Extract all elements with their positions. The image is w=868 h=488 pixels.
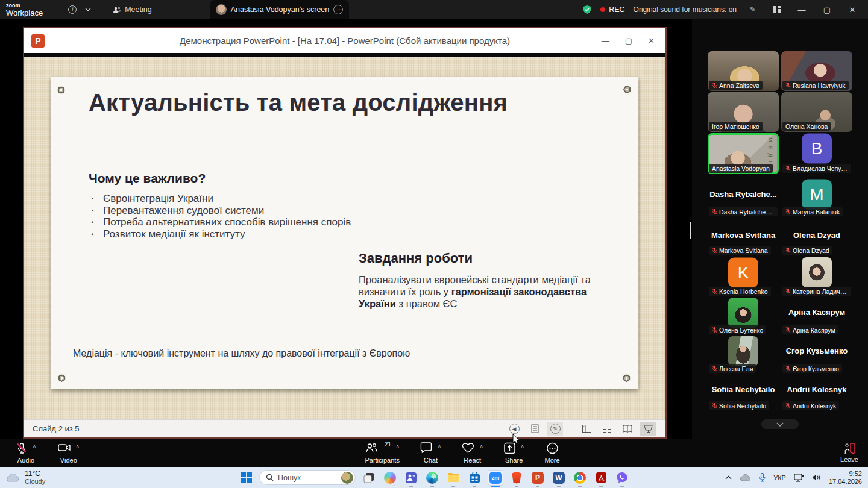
tab-shared-screen[interactable]: Anastasia Vodopyan's screen ⋯ [210, 0, 350, 19]
brave-browser-icon[interactable] [509, 470, 524, 486]
powerpoint-title-bar: P Демонстрация PowerPoint - [На 17.04] -… [24, 28, 665, 53]
initial-avatar: M [802, 179, 832, 209]
start-button[interactable] [238, 470, 254, 486]
slide-section-heading: Чому це важливо? [89, 171, 206, 186]
microsoft-store-icon[interactable] [467, 470, 482, 486]
muted-mic-icon [712, 208, 717, 215]
participant-tile-losieva-elia[interactable]: Лосєва Еля [707, 336, 779, 375]
chrome-browser-icon[interactable] [572, 470, 588, 486]
participant-tile-dasha-rybalchenko[interactable]: Dasha Rybalche... Dasha Rybalchenko [707, 180, 779, 218]
audio-button[interactable]: ∧ Audio [16, 442, 36, 464]
weather-condition: Cloudy [25, 478, 45, 485]
tab-meeting[interactable]: Meeting [113, 5, 151, 14]
word-taskbar-icon[interactable]: W [551, 470, 567, 486]
participant-tile-ruslana-havrylyuk[interactable]: Ruslana Havrylyuk [781, 51, 853, 92]
grommet-icon [58, 374, 66, 382]
tray-expand-chevron[interactable] [725, 475, 732, 480]
participant-tile-anna-zaitseva[interactable]: Anna Zaitseva [707, 51, 779, 92]
participant-name-label: Владислав Чепурний [782, 164, 851, 173]
react-button[interactable]: ∧ React [462, 442, 483, 464]
participant-name-label: Anna Zaitseva [709, 81, 763, 90]
ppt-close-button[interactable]: ✕ [648, 36, 655, 45]
gallery-view-icon[interactable] [769, 2, 785, 17]
participant-name-label: Ігор Матюшенко [709, 122, 763, 131]
participant-name-label: Ruslana Havrylyuk [782, 81, 849, 90]
participant-tile-markova-svitlana[interactable]: Markova Svitlana Markova Svitlana [707, 222, 779, 257]
react-options-chevron[interactable]: ∧ [480, 443, 483, 449]
participant-tile-maryna-balaniuk[interactable]: M Maryna Balaniuk [781, 180, 853, 218]
normal-view-button[interactable] [579, 422, 594, 436]
participants-button[interactable]: 21 ∧ Participants [365, 442, 399, 464]
participant-name-label: Dasha Rybalchenko [709, 207, 778, 216]
security-shield-icon[interactable] [582, 5, 592, 14]
network-icon[interactable] [794, 474, 804, 482]
participant-tile-ksenia-horbenko[interactable]: K Ksenia Horbenko [707, 257, 779, 298]
audio-options-chevron[interactable]: ∧ [33, 443, 36, 449]
slide-tasks-heading: Завдання роботи [359, 251, 473, 266]
muted-mic-icon [785, 208, 791, 215]
zoom-app-icon[interactable]: zm [488, 470, 503, 486]
edge-browser-icon[interactable] [424, 470, 440, 486]
participant-tile-olena-dzyad[interactable]: Olena Dzyad Olena Dzyad [781, 222, 853, 257]
more-button[interactable]: More [545, 442, 560, 464]
participant-tile-andrii-kolesnyk[interactable]: Andrii Kolesnyk Andrii Kolesnyk [781, 375, 853, 412]
participant-tile-arina-kasiarum[interactable]: Аріна Касярум Аріна Касярум [781, 298, 853, 336]
cloud-weather-icon [6, 473, 20, 483]
camera-icon [58, 442, 71, 453]
info-icon[interactable]: i [64, 2, 80, 17]
acrobat-reader-icon[interactable] [593, 470, 609, 486]
participant-tile-sofiia-nechytailo[interactable]: Sofiia Nechytailo Sofiia Nechytailo [707, 375, 779, 412]
powerpoint-status-bar: Слайд 2 из 5 ◀ ✎ [24, 419, 665, 437]
participant-tile-yehor-kuzmenko[interactable]: Єгор Кузьменко Єгор Кузьменко [781, 336, 853, 375]
notes-button[interactable] [527, 422, 542, 436]
grommet-icon [623, 374, 631, 382]
video-options-chevron[interactable]: ∧ [76, 443, 80, 449]
zoom-meeting-toolbar: ∧ Audio ∧ Video [0, 439, 868, 467]
viber-app-icon[interactable] [614, 470, 630, 486]
participant-tile-ihor-matiushenko[interactable]: Ігор Матюшенко [707, 92, 779, 133]
photos-app-icon[interactable] [361, 470, 377, 486]
slide: Актуальність та мета дослідження Чому це… [51, 77, 638, 389]
share-options-chevron[interactable]: ∧ [521, 443, 524, 449]
taskbar-clock[interactable]: 9:52 17.04.2026 [829, 470, 862, 486]
taskbar-search-box[interactable]: Пошук [259, 470, 356, 485]
tray-date: 17.04.2026 [829, 478, 862, 486]
annotate-pencil-icon[interactable]: ✎ [745, 2, 761, 17]
bullet-item: Потреба альтернативних способів вирішенн… [89, 216, 372, 228]
participant-tile-olena-butenko[interactable]: Олена Бутенко [707, 298, 779, 336]
reading-view-button[interactable] [620, 422, 635, 436]
participant-tile-vladyslav-chepurnyi[interactable]: В Владислав Чепурний [781, 133, 853, 175]
chat-options-chevron[interactable]: ∧ [438, 443, 441, 449]
muted-mic-icon [785, 165, 791, 172]
slideshow-view-button[interactable] [640, 422, 656, 436]
file-explorer-icon[interactable] [445, 470, 461, 486]
volume-icon[interactable] [812, 474, 821, 481]
onedrive-cloud-icon[interactable] [740, 474, 751, 481]
ppt-maximize-button[interactable]: ▢ [625, 36, 632, 45]
slide-sorter-view-button[interactable] [599, 422, 615, 436]
participant-tile-anastasia-vodopyan[interactable]: Anastasia Vodopyan [707, 133, 779, 175]
tab-options-icon[interactable]: ⋯ [333, 5, 343, 14]
participants-options-chevron[interactable]: ∧ [396, 443, 400, 449]
chat-button[interactable]: ∧ Chat [420, 442, 441, 464]
powerpoint-taskbar-icon[interactable]: P [530, 470, 546, 486]
participant-tile-olena-khanova[interactable]: Олена Ханова [781, 92, 853, 133]
participant-display-name: Olena Dzyad [779, 231, 854, 240]
close-button[interactable]: ✕ [844, 5, 861, 14]
copilot-app-icon[interactable] [382, 470, 398, 486]
minimize-button[interactable]: — [793, 5, 810, 14]
ppt-minimize-button[interactable]: — [602, 36, 609, 45]
microphone-in-use-icon[interactable] [759, 473, 766, 482]
gallery-scroll-indicator[interactable] [690, 222, 691, 239]
gallery-scroll-down-button[interactable] [761, 419, 799, 429]
weather-widget[interactable]: 11°C Cloudy [6, 470, 45, 485]
pen-tool-button[interactable]: ✎ [547, 422, 563, 436]
teams-app-icon[interactable] [403, 470, 419, 486]
leave-button[interactable]: Leave [840, 443, 858, 463]
language-indicator[interactable]: УКР [773, 474, 786, 481]
video-button[interactable]: ∧ Video [58, 442, 80, 464]
maximize-button[interactable]: ▢ [819, 5, 835, 14]
chevron-down-icon[interactable] [80, 2, 96, 17]
original-sound-status[interactable]: Original sound for musicians: on [634, 5, 737, 14]
participant-tile-kateryna-ladychenko[interactable]: Катерина Ладиченко [781, 257, 853, 298]
